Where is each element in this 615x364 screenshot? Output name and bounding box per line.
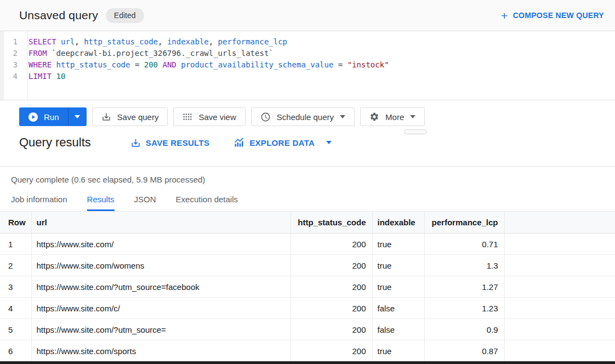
sql-editor[interactable]: 1SELECT url, http_status_code, indexable… [0,31,615,100]
cell-lcp: 1.3 [424,255,504,276]
column-header-row: Row [0,212,31,234]
caret-down-icon [326,141,332,144]
plus-icon: + [501,10,508,21]
cell-lcp: 0.87 [424,340,504,362]
column-header-performance-lcp: performance_lcp [424,212,504,234]
explore-data-button[interactable]: EXPLORE DATA [234,137,332,148]
compose-new-query-button[interactable]: + COMPOSE NEW QUERY [501,10,604,21]
window-bottom-edge [0,361,615,364]
query-results-title: Query results [19,135,91,150]
cell-lcp: 0.9 [424,319,504,340]
schedule-query-button[interactable]: Schedule query [251,107,355,126]
sql-line: 4LIMIT 10 [0,71,615,82]
tab-json[interactable]: JSON [134,195,156,211]
table-row: 5https://www.site.com/?utm_source=200fal… [0,319,615,340]
cell-status: 200 [291,234,372,255]
column-header-filler [504,212,615,234]
cell-url: https://www.site.com/ [31,234,291,255]
caret-down-icon [75,115,80,118]
line-number: 1 [0,36,24,48]
cell-url: https://www.site.com/womens [31,255,291,276]
cell-status: 200 [291,298,372,319]
run-dropdown-button[interactable] [68,107,87,126]
save-query-button[interactable]: Save query [92,107,168,126]
results-table: Row url http_status_code indexable perfo… [0,211,615,362]
cell-filler [504,255,615,276]
table-row: 3https://www.site.com/?utm_source=facebo… [0,276,615,298]
page-title: Unsaved query [19,9,98,22]
line-number: 3 [0,59,24,71]
save-results-label: SAVE RESULTS [146,138,209,147]
cell-row: 3 [0,276,31,298]
clock-icon [260,112,271,122]
cell-filler [504,234,615,255]
cell-status: 200 [291,319,372,340]
cell-filler [504,298,615,319]
cell-url: https://www.site.com/c/ [31,298,291,319]
cell-lcp: 0.71 [424,234,504,255]
tab-job-information[interactable]: Job information [11,195,67,211]
cell-row: 5 [0,319,31,340]
panel-resize-handle[interactable] [404,129,427,134]
download-icon [130,138,141,148]
cell-row: 6 [0,340,31,362]
run-button[interactable]: Run [19,107,68,126]
run-label: Run [44,112,59,122]
more-button[interactable]: More [360,107,425,126]
cell-status: 200 [291,255,372,276]
line-number: 2 [0,48,24,59]
results-tab-bar: Job information Results JSON Execution d… [0,191,615,211]
table-row: 1https://www.site.com/200true0.71 [0,234,615,255]
play-icon [28,112,38,122]
cell-lcp: 1.27 [424,276,504,298]
save-icon [101,112,111,122]
cell-filler [504,340,615,362]
sql-line: 3WHERE http_status_code = 200 AND produc… [0,59,615,71]
chart-icon [234,137,244,148]
run-button-group: Run [19,107,87,126]
query-toolbar: Run Save query Save view [0,100,615,126]
cell-status: 200 [291,340,372,362]
cell-url: https://www.site.com/?utm_source=faceboo… [31,276,291,298]
cell-indexable: true [372,276,424,298]
more-label: More [385,112,404,122]
table-row: 2https://www.site.com/womens200true1.3 [0,255,615,276]
edited-badge: Edited [106,8,144,23]
column-header-http-status-code: http_status_code [291,212,372,234]
dotted-table-icon [183,112,192,122]
cell-indexable: true [372,340,424,362]
table-row: 4https://www.site.com/c/200false1.23 [0,298,615,319]
cell-row: 4 [0,298,31,319]
cell-indexable: false [372,319,424,340]
sql-line: 1SELECT url, http_status_code, indexable… [0,36,615,48]
cell-status: 200 [291,276,372,298]
bigquery-app: Unsaved query Edited + COMPOSE NEW QUERY… [0,0,615,364]
cell-indexable: true [372,255,424,276]
cell-filler [504,276,615,298]
tab-execution-details[interactable]: Execution details [176,195,238,211]
schedule-query-label: Schedule query [277,112,334,122]
cell-lcp: 1.23 [424,298,504,319]
line-number: 4 [0,71,24,82]
save-view-button[interactable]: Save view [173,107,245,126]
caret-down-icon [340,115,345,118]
column-header-url: url [31,212,291,234]
column-header-indexable: indexable [372,212,424,234]
explore-data-label: EXPLORE DATA [249,138,315,147]
save-view-label: Save view [198,112,236,122]
results-panel: Query complete (0.6 sec elapsed, 5.9 MB … [0,166,615,362]
tab-results[interactable]: Results [87,195,115,211]
cell-row: 1 [0,234,31,255]
cell-indexable: true [372,234,424,255]
caret-down-icon [410,115,415,118]
sql-line: 2FROM `deepcrawl-bi.project_326796._craw… [0,48,615,59]
cell-url: https://www.site.com/sports [31,340,291,362]
cell-row: 2 [0,255,31,276]
gear-icon [369,112,379,122]
query-status-text: Query complete (0.6 sec elapsed, 5.9 MB … [0,167,615,191]
compose-new-query-label: COMPOSE NEW QUERY [513,11,604,20]
query-results-header: Query results SAVE RESULTS EXPLORE DATA [0,134,615,151]
save-results-button[interactable]: SAVE RESULTS [130,138,209,148]
cell-indexable: false [372,298,424,319]
query-editor-header: Unsaved query Edited + COMPOSE NEW QUERY [0,0,615,31]
